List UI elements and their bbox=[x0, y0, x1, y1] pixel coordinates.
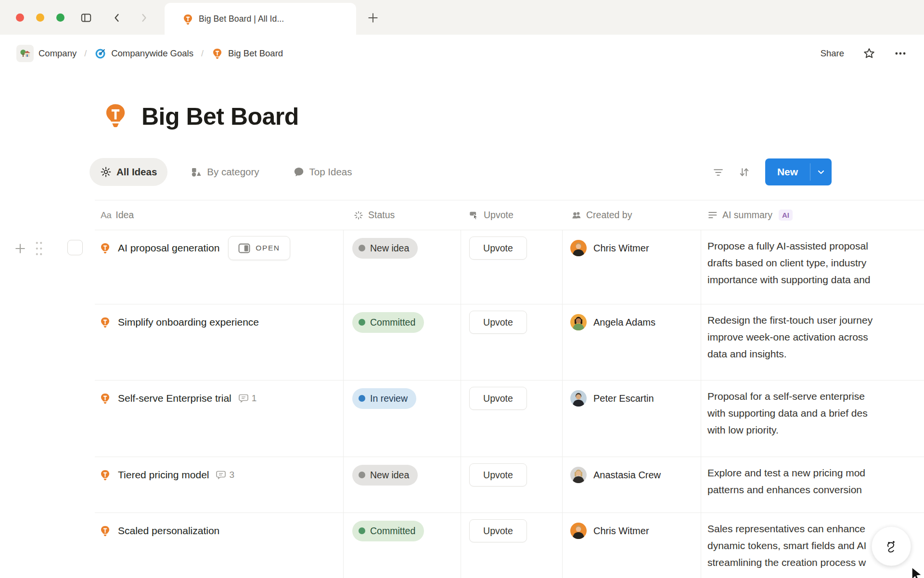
share-button[interactable]: Share bbox=[821, 48, 844, 59]
idea-cell[interactable]: AI proposal generationOPEN bbox=[95, 230, 344, 304]
sun-icon bbox=[100, 166, 112, 178]
idea-title[interactable]: Simplify onboarding experience bbox=[118, 316, 259, 328]
column-header-ai-summary[interactable]: AI summary AI bbox=[701, 210, 924, 221]
breadcrumb-item-big-bet-board[interactable]: Big Bet Board bbox=[211, 48, 283, 60]
upvote-button[interactable]: Upvote bbox=[469, 311, 527, 334]
table-row[interactable]: Scaled personalizationCommittedUpvoteChr… bbox=[95, 513, 924, 578]
row-hover-controls bbox=[0, 230, 95, 259]
breadcrumb-separator: / bbox=[200, 49, 205, 59]
idea-cell[interactable]: Self-serve Enterprise trial1 bbox=[95, 381, 344, 457]
table-row[interactable]: Tiered pricing model3New ideaUpvoteAnast… bbox=[95, 457, 924, 513]
house-icon bbox=[16, 45, 34, 62]
table-row[interactable]: Self-serve Enterprise trial1In reviewUpv… bbox=[95, 381, 924, 457]
avatar bbox=[570, 467, 587, 483]
idea-cell[interactable]: Tiered pricing model3 bbox=[95, 457, 344, 512]
upvote-button[interactable]: Upvote bbox=[469, 236, 527, 260]
close-window-button[interactable] bbox=[16, 13, 24, 22]
upvote-cell[interactable]: Upvote bbox=[461, 230, 563, 304]
breadcrumb-item-company[interactable]: Company bbox=[16, 45, 77, 62]
column-header-status[interactable]: Status bbox=[344, 210, 461, 221]
status-pill[interactable]: New idea bbox=[352, 465, 418, 486]
breadcrumb-item-companywide-goals[interactable]: Companywide Goals bbox=[94, 48, 193, 60]
upvote-cell[interactable]: Upvote bbox=[461, 381, 563, 457]
column-header-idea[interactable]: Aa Idea bbox=[95, 210, 344, 221]
window-titlebar: Big Bet Board | All Id... bbox=[0, 0, 924, 35]
created-by-cell[interactable]: Angela Adams bbox=[563, 304, 701, 380]
status-cell[interactable]: In review bbox=[344, 381, 461, 457]
created-by-cell[interactable]: Chris Witmer bbox=[563, 230, 701, 304]
table-row[interactable]: AI proposal generationOPENNew ideaUpvote… bbox=[95, 230, 924, 304]
upvote-button[interactable]: Upvote bbox=[469, 519, 527, 542]
lightbulb-icon bbox=[99, 469, 111, 481]
status-cell[interactable]: New idea bbox=[344, 230, 461, 304]
sort-icon[interactable] bbox=[734, 162, 754, 182]
lightbulb-icon bbox=[99, 316, 111, 328]
back-button[interactable] bbox=[111, 12, 123, 24]
ai-summary-cell[interactable]: Proposal for a self-serve enterprisewith… bbox=[701, 381, 924, 457]
view-tab-top-ideas[interactable]: Top Ideas bbox=[282, 158, 363, 186]
breadcrumb: Company / Companywide Goals / Big Bet Bo… bbox=[0, 35, 924, 72]
ai-summary-cell[interactable]: Propose a fully AI-assisted proposaldraf… bbox=[701, 230, 924, 304]
upvote-cell[interactable]: Upvote bbox=[461, 304, 563, 380]
avatar bbox=[570, 523, 587, 539]
created-by-name: Angela Adams bbox=[593, 317, 655, 328]
status-cell[interactable]: New idea bbox=[344, 457, 461, 512]
upvote-button[interactable]: Upvote bbox=[469, 387, 527, 410]
mouse-cursor bbox=[911, 566, 924, 578]
comment-count-badge[interactable]: 1 bbox=[238, 393, 257, 404]
filter-icon[interactable] bbox=[708, 162, 728, 182]
idea-title[interactable]: AI proposal generation bbox=[118, 242, 219, 254]
avatar bbox=[570, 314, 587, 330]
status-pill[interactable]: Committed bbox=[352, 521, 424, 541]
more-options-icon[interactable] bbox=[894, 47, 907, 60]
view-tab-by-category[interactable]: By category bbox=[180, 158, 270, 186]
page-lightbulb-icon[interactable] bbox=[102, 102, 129, 131]
open-button[interactable]: OPEN bbox=[228, 236, 290, 260]
avatar bbox=[570, 240, 587, 256]
avatar bbox=[570, 390, 587, 407]
minimize-window-button[interactable] bbox=[36, 13, 44, 22]
status-pill[interactable]: Committed bbox=[352, 312, 424, 333]
text-property-icon: Aa bbox=[101, 210, 111, 221]
zoom-window-button[interactable] bbox=[56, 13, 64, 22]
new-tab-button[interactable] bbox=[367, 12, 379, 24]
new-button[interactable]: New bbox=[765, 158, 832, 185]
side-peek-icon bbox=[238, 243, 250, 253]
created-by-cell[interactable]: Chris Witmer bbox=[563, 513, 701, 578]
status-dot bbox=[359, 395, 365, 402]
idea-cell[interactable]: Simplify onboarding experience bbox=[95, 304, 344, 380]
scribble-glyph-icon bbox=[878, 533, 905, 560]
comment-count-badge[interactable]: 3 bbox=[216, 470, 234, 480]
sidebar-toggle-icon[interactable] bbox=[80, 12, 92, 24]
created-by-cell[interactable]: Anastasia Crew bbox=[563, 457, 701, 512]
status-cell[interactable]: Committed bbox=[344, 513, 461, 578]
table-row[interactable]: Simplify onboarding experienceCommittedU… bbox=[95, 304, 924, 381]
upvote-cell[interactable]: Upvote bbox=[461, 513, 563, 578]
upvote-cell[interactable]: Upvote bbox=[461, 457, 563, 512]
ai-summary-line: data and insights. bbox=[707, 345, 924, 362]
row-checkbox[interactable] bbox=[67, 240, 83, 255]
created-by-cell[interactable]: Peter Escartin bbox=[563, 381, 701, 457]
view-tab-all-ideas[interactable]: All Ideas bbox=[90, 158, 167, 186]
forward-button[interactable] bbox=[138, 12, 150, 24]
upvote-button[interactable]: Upvote bbox=[469, 463, 527, 486]
status-property-icon bbox=[353, 210, 364, 221]
status-pill[interactable]: In review bbox=[352, 388, 416, 409]
column-header-upvote[interactable]: Upvote bbox=[461, 210, 563, 221]
idea-title[interactable]: Scaled personalization bbox=[118, 525, 219, 537]
ai-summary-cell[interactable]: Explore and test a new pricing modpatter… bbox=[701, 457, 924, 512]
ai-summary-cell[interactable]: Redesign the first-touch user journeyimp… bbox=[701, 304, 924, 380]
browser-tab[interactable]: Big Bet Board | All Id... bbox=[165, 3, 356, 35]
drag-handle-icon[interactable] bbox=[34, 240, 44, 259]
idea-cell[interactable]: Scaled personalization bbox=[95, 513, 344, 578]
idea-title[interactable]: Tiered pricing model bbox=[118, 469, 209, 481]
column-header-created-by[interactable]: Created by bbox=[563, 210, 701, 221]
add-row-icon[interactable] bbox=[13, 242, 27, 257]
status-cell[interactable]: Committed bbox=[344, 304, 461, 380]
chevron-down-icon[interactable] bbox=[810, 158, 832, 185]
idea-title[interactable]: Self-serve Enterprise trial bbox=[118, 393, 231, 404]
ai-summary-line: Propose a fully AI-assisted proposal bbox=[707, 237, 924, 254]
breadcrumb-separator: / bbox=[83, 49, 88, 59]
favorite-star-icon[interactable] bbox=[862, 47, 876, 60]
status-pill[interactable]: New idea bbox=[352, 238, 418, 259]
